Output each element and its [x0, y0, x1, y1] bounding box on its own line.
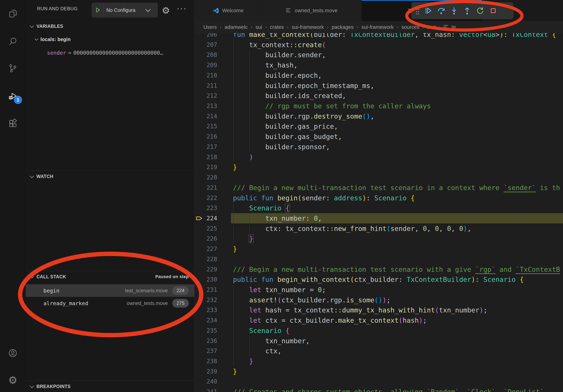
debug-config-dropdown[interactable]: No Configura — [92, 3, 158, 17]
more-actions-icon[interactable]: ··· — [177, 3, 187, 13]
breadcrumb-separator: › — [438, 25, 440, 30]
breadcrumb-file[interactable]: te — [451, 24, 456, 30]
config-dropdown-label: No Configura — [103, 7, 146, 13]
settings-gear-icon[interactable]: ⚙ — [0, 369, 26, 391]
chevron-down-icon — [30, 24, 34, 28]
tab-label: Welcome — [222, 8, 244, 14]
start-debug-icon[interactable] — [92, 3, 103, 17]
move-file-icon — [286, 8, 292, 14]
line-number: 227 — [194, 244, 217, 254]
watch-section-header[interactable]: WATCH — [26, 170, 194, 182]
frame-function: already_marked — [43, 300, 88, 306]
line-number: 207 — [194, 40, 217, 50]
line-number: 214 — [194, 111, 217, 121]
stop-icon[interactable] — [487, 4, 500, 18]
debug-toolbar — [411, 2, 513, 19]
line-number: 221 — [194, 183, 217, 193]
code-line-217: 217builder.sponsor, — [194, 142, 563, 152]
code-line-237: 237ctx, — [194, 346, 563, 356]
code-line-231: 231let txn_number = 0; — [194, 285, 563, 295]
account-icon[interactable] — [0, 342, 26, 364]
code-line-236: 236txn_number, — [194, 336, 563, 346]
line-number: 220 — [194, 172, 217, 183]
variables-scope-row[interactable]: locals: begin — [26, 34, 194, 45]
line-number: 209 — [194, 60, 217, 70]
breadcrumb-item[interactable]: packages — [332, 24, 354, 30]
run-and-debug-icon[interactable]: 1 — [0, 85, 26, 107]
code-line-239: 239} — [194, 366, 563, 377]
variable-name: sender — [47, 50, 66, 56]
paused-status: Paused on step — [155, 274, 189, 279]
code-line-241: 241/// Creates and shares system objects… — [194, 387, 563, 392]
move-file-icon — [443, 24, 449, 30]
code-line-230: 230public fun begin_with_context(ctx_bui… — [194, 274, 563, 285]
panel-title: RUN AND DEBUG — [37, 6, 77, 12]
code-line-226: 226} — [194, 234, 563, 244]
extensions-icon[interactable] — [0, 113, 26, 134]
line-number: 232 — [194, 295, 217, 305]
line-number: 230 — [194, 274, 217, 285]
line-number: 228 — [194, 254, 217, 264]
call-stack-frame-begin[interactable]: begintest_scenario.move224 — [26, 284, 194, 297]
breadcrumb-item[interactable]: test — [427, 24, 435, 30]
vscode-window: 1 ⚙ RUN AND DEBUG No Configura ⚙ ··· VAR… — [0, 0, 563, 392]
code-line-211: 211builder.epoch_timestamp_ms, — [194, 80, 563, 91]
variables-section-header[interactable]: VARIABLES — [26, 21, 194, 32]
breadcrumb-item[interactable]: sources — [401, 24, 419, 30]
code-line-220: 220 — [194, 172, 563, 183]
line-number: 240 — [194, 376, 217, 387]
source-control-icon[interactable] — [0, 57, 26, 79]
editor-group: Welcomeowned_tests.movetest_sce Users›ad… — [194, 0, 563, 392]
line-number: 219 — [194, 162, 217, 172]
breakpoints-section-header[interactable]: BREAKPOINTS — [26, 380, 194, 392]
breadcrumb-item[interactable]: adamwelc — [225, 24, 248, 30]
debug-settings-gear-icon[interactable]: ⚙ — [162, 5, 170, 16]
code-line-207: 207tx_context::create( — [194, 40, 563, 50]
line-number: 211 — [194, 80, 217, 91]
continue-icon[interactable] — [422, 4, 435, 18]
code-line-222: 222public fun begin(sender: address): Sc… — [194, 193, 563, 203]
line-number: 210 — [194, 70, 217, 80]
code-editor[interactable]: 206fun make_tx_context(builder: TxContex… — [194, 21, 563, 392]
step-out-icon[interactable] — [461, 4, 474, 18]
code-line-221: 221/// Begin a new multi-transaction tes… — [194, 183, 563, 193]
step-into-icon[interactable] — [448, 4, 461, 18]
code-line-214: 214builder.rgp.destroy_some(), — [194, 111, 563, 121]
call-stack-section-header[interactable]: CALL STACK Paused on step — [26, 271, 194, 282]
call-stack-frame-already_marked[interactable]: already_markedowned_tests.move275 — [26, 297, 194, 310]
tab-welcome[interactable]: Welcome — [194, 0, 262, 21]
vscode-logo-icon — [212, 7, 219, 14]
line-number: 223 — [194, 203, 217, 213]
frame-line-badge: 224 — [172, 286, 189, 295]
breadcrumb-item[interactable]: Users — [203, 24, 217, 30]
restart-icon[interactable] — [474, 4, 487, 18]
code-line-224: 224txn_number: 0, — [194, 213, 563, 223]
search-icon[interactable] — [0, 30, 26, 52]
breadcrumb[interactable]: Users›adamwelc›sui›crates›sui-framework›… — [194, 21, 563, 33]
line-number: 226 — [194, 234, 217, 244]
line-number: 224 — [194, 213, 217, 223]
breadcrumb-separator: › — [287, 25, 289, 30]
line-number: 241 — [194, 387, 217, 392]
line-number: 216 — [194, 131, 217, 142]
breadcrumb-item[interactable]: sui-framework — [361, 24, 394, 30]
explorer-icon[interactable] — [0, 3, 26, 25]
code-line-232: 232assert!(ctx_builder.rgp.is_some()); — [194, 295, 563, 305]
step-over-icon[interactable] — [435, 4, 448, 18]
breadcrumb-separator: › — [265, 25, 267, 30]
breadcrumb-item[interactable]: sui — [256, 24, 262, 30]
code-line-238: 238} — [194, 356, 563, 366]
tab-label: owned_tests.move — [295, 8, 337, 14]
code-line-219: 219} — [194, 162, 563, 172]
breadcrumb-item[interactable]: crates — [270, 24, 284, 30]
line-number: 235 — [194, 326, 217, 336]
code-line-210: 210builder.epoch, — [194, 70, 563, 80]
toolbar-drag-handle[interactable] — [414, 6, 422, 16]
tab-owned-tests-move[interactable]: owned_tests.move — [262, 0, 362, 21]
code-line-233: 233let hash = tx_context::dummy_tx_hash_… — [194, 305, 563, 315]
line-number: 234 — [194, 315, 217, 326]
variable-row-sender[interactable]: sender = 000000000000000000000000000… — [26, 47, 194, 58]
breadcrumb-item[interactable]: sui-framework — [292, 24, 324, 30]
line-number: 218 — [194, 152, 217, 162]
code-line-215: 215builder.gas_price, — [194, 121, 563, 131]
